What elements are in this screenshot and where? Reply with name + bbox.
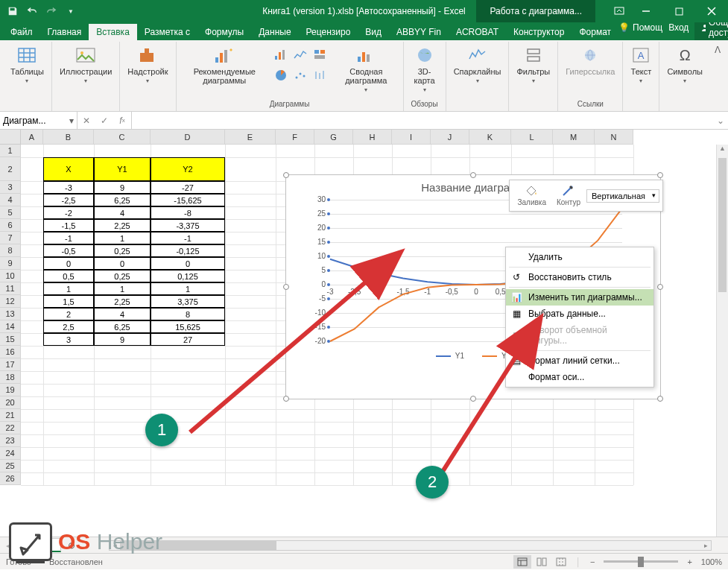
- close-button[interactable]: [695, 0, 728, 22]
- redo-icon[interactable]: [43, 3, 60, 19]
- table-cell[interactable]: 3: [43, 333, 94, 346]
- maximize-button[interactable]: [662, 0, 695, 22]
- vertical-scrollbar[interactable]: ▲: [716, 145, 728, 537]
- row-header[interactable]: 1: [0, 145, 21, 157]
- undo-icon[interactable]: [24, 3, 40, 19]
- row-header[interactable]: 26: [0, 472, 21, 485]
- scrollbar-thumb[interactable]: [718, 158, 727, 292]
- sparklines-button[interactable]: Спарклайны▾: [449, 43, 506, 86]
- tab-рецензиро[interactable]: Рецензиро: [299, 24, 358, 40]
- cancel-formula-icon[interactable]: ✕: [77, 112, 95, 130]
- tables-button[interactable]: Таблицы▾: [6, 43, 48, 86]
- table-cell[interactable]: 1: [43, 282, 94, 295]
- tab-разметка с[interactable]: Разметка с: [137, 24, 197, 40]
- insert-function-icon[interactable]: fx: [113, 112, 131, 130]
- table-cell[interactable]: -15,625: [151, 194, 225, 206]
- resize-handle[interactable]: [283, 284, 289, 290]
- column-header[interactable]: G: [314, 130, 353, 145]
- table-header[interactable]: X: [43, 157, 94, 181]
- resize-handle[interactable]: [470, 172, 476, 178]
- column-header[interactable]: E: [225, 130, 276, 145]
- table-cell[interactable]: -8: [151, 206, 225, 219]
- page-break-view-icon[interactable]: [552, 555, 570, 569]
- tab-acrobat[interactable]: ACROBAT: [449, 24, 506, 40]
- name-box[interactable]: Диаграм...▾: [0, 112, 77, 129]
- table-cell[interactable]: 0,125: [151, 270, 225, 282]
- table-cell[interactable]: 0,25: [94, 244, 151, 257]
- zoom-slider[interactable]: [604, 560, 678, 563]
- table-cell[interactable]: -3: [43, 181, 94, 194]
- chevron-down-icon[interactable]: ▾: [69, 116, 74, 126]
- line-chart-icon[interactable]: [292, 46, 308, 63]
- text-button[interactable]: AТекст▾: [626, 43, 656, 86]
- pivot-chart-button[interactable]: Сводная диаграмма▾: [332, 43, 399, 95]
- column-header[interactable]: A: [21, 130, 43, 145]
- zoom-in-icon[interactable]: +: [684, 557, 694, 566]
- column-header[interactable]: D: [151, 130, 225, 145]
- scroll-up-icon[interactable]: ▲: [717, 145, 728, 156]
- row-header[interactable]: 11: [0, 282, 21, 295]
- resize-handle[interactable]: [657, 396, 663, 402]
- filters-button[interactable]: Фильтры▾: [512, 43, 554, 86]
- table-cell[interactable]: 1: [94, 232, 151, 244]
- tab-вид[interactable]: Вид: [358, 24, 389, 40]
- select-all-button[interactable]: [0, 130, 21, 145]
- table-cell[interactable]: 4: [94, 206, 151, 219]
- table-cell[interactable]: 27: [151, 333, 225, 346]
- column-header[interactable]: J: [431, 130, 469, 145]
- tab-вставка[interactable]: Вставка: [89, 24, 137, 40]
- row-header[interactable]: 20: [0, 396, 21, 409]
- table-cell[interactable]: 1: [151, 282, 225, 295]
- axis-dropdown[interactable]: Вертикальная▾: [586, 189, 659, 203]
- table-cell[interactable]: 0: [43, 257, 94, 270]
- row-header[interactable]: 22: [0, 422, 21, 434]
- tab-формулы[interactable]: Формулы: [197, 24, 251, 40]
- addins-button[interactable]: Надстройк▾: [123, 43, 172, 86]
- table-cell[interactable]: 8: [151, 308, 225, 320]
- table-header[interactable]: Y2: [151, 157, 225, 181]
- hyperlink-button[interactable]: Гиперссылка: [561, 43, 619, 78]
- table-cell[interactable]: 9: [94, 333, 151, 346]
- tab-abbyy fin[interactable]: ABBYY Fin: [389, 24, 449, 40]
- collapse-ribbon-icon[interactable]: ᐱ: [710, 42, 725, 111]
- table-cell[interactable]: 6,25: [94, 320, 151, 333]
- table-cell[interactable]: 6,25: [94, 194, 151, 206]
- table-cell[interactable]: 3,375: [151, 295, 225, 308]
- table-cell[interactable]: 2,25: [94, 295, 151, 308]
- context-menu-item[interactable]: Формат оси...: [506, 369, 653, 385]
- table-cell[interactable]: 1,5: [43, 295, 94, 308]
- column-header[interactable]: B: [43, 130, 94, 145]
- table-cell[interactable]: -3,375: [151, 219, 225, 232]
- column-header[interactable]: K: [469, 130, 511, 145]
- row-header[interactable]: 7: [0, 232, 21, 244]
- table-cell[interactable]: 1: [94, 282, 151, 295]
- table-cell[interactable]: 4: [94, 308, 151, 320]
- recommended-charts-button[interactable]: Рекомендуемые диаграммы: [180, 43, 270, 86]
- save-icon[interactable]: [4, 3, 21, 19]
- table-cell[interactable]: 0,5: [43, 270, 94, 282]
- hierarchy-chart-icon[interactable]: [311, 46, 328, 63]
- row-header[interactable]: 9: [0, 257, 21, 270]
- symbols-button[interactable]: ΩСимволы▾: [662, 43, 707, 86]
- signin-button[interactable]: Вход: [668, 22, 689, 33]
- accept-formula-icon[interactable]: ✓: [95, 112, 113, 130]
- row-header[interactable]: 24: [0, 447, 21, 460]
- normal-view-icon[interactable]: [513, 555, 531, 569]
- table-cell[interactable]: 0: [151, 257, 225, 270]
- row-header[interactable]: 18: [0, 371, 21, 384]
- table-cell[interactable]: 15,625: [151, 320, 225, 333]
- row-header[interactable]: 15: [0, 333, 21, 346]
- column-header[interactable]: M: [553, 130, 595, 145]
- table-cell[interactable]: -27: [151, 181, 225, 194]
- tab-данные[interactable]: Данные: [251, 24, 298, 40]
- minimize-button[interactable]: [630, 0, 662, 22]
- formula-bar[interactable]: [132, 112, 713, 129]
- column-header[interactable]: C: [94, 130, 151, 145]
- column-header[interactable]: F: [276, 130, 314, 145]
- table-cell[interactable]: -2: [43, 206, 94, 219]
- zoom-out-icon[interactable]: −: [587, 557, 598, 566]
- resize-handle[interactable]: [283, 172, 289, 178]
- table-cell[interactable]: -1: [43, 232, 94, 244]
- row-header[interactable]: 19: [0, 384, 21, 396]
- table-cell[interactable]: -1,5: [43, 219, 94, 232]
